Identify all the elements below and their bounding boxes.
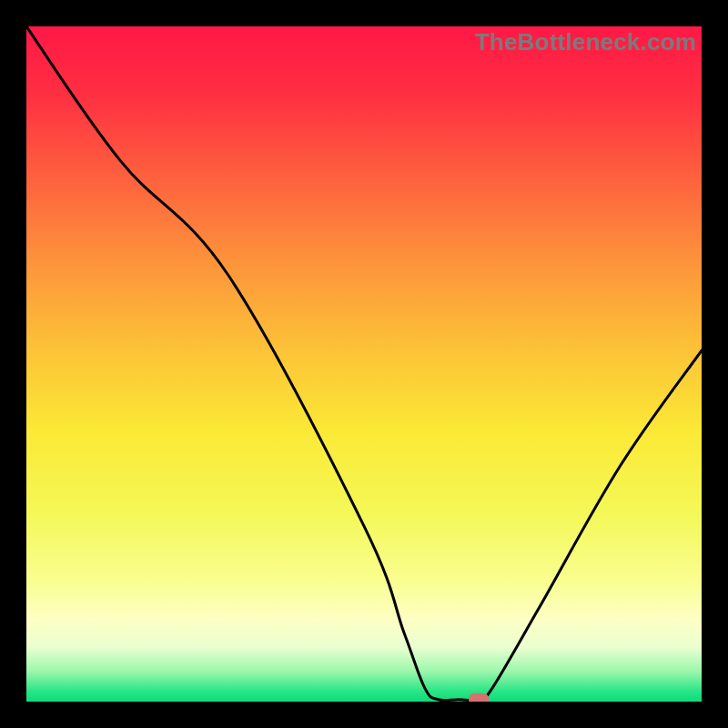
watermark-text: TheBottleneck.com — [475, 28, 696, 56]
chart-frame: TheBottleneck.com — [0, 0, 728, 728]
plot-area: TheBottleneck.com — [26, 26, 702, 702]
bottleneck-chart — [26, 26, 702, 702]
gradient-background — [26, 26, 702, 702]
optimal-point-marker — [469, 693, 489, 702]
